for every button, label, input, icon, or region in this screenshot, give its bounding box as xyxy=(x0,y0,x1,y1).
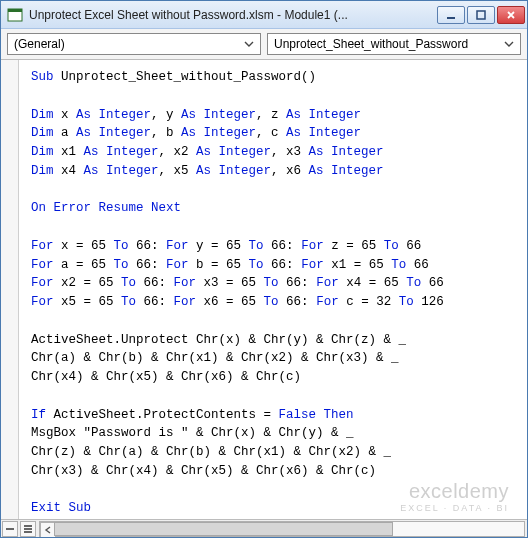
window-buttons xyxy=(437,6,525,24)
svg-rect-6 xyxy=(24,528,32,530)
view-mode-icons xyxy=(1,521,37,537)
code-editor[interactable]: Sub Unprotect_Sheet_without_Password() D… xyxy=(19,60,527,521)
chevron-down-icon xyxy=(242,37,256,51)
svg-rect-3 xyxy=(477,11,485,19)
minimize-button[interactable] xyxy=(437,6,465,24)
vbe-window: Unprotect Excel Sheet without Password.x… xyxy=(0,0,528,538)
object-dropdown[interactable]: (General) xyxy=(7,33,261,55)
full-module-view-icon[interactable] xyxy=(20,521,36,537)
procedure-dropdown-label: Unprotect_Sheet_without_Password xyxy=(274,37,468,51)
code-area: Sub Unprotect_Sheet_without_Password() D… xyxy=(1,60,527,537)
procedure-dropdown[interactable]: Unprotect_Sheet_without_Password xyxy=(267,33,521,55)
svg-rect-4 xyxy=(6,528,14,530)
svg-rect-5 xyxy=(24,525,32,527)
chevron-down-icon xyxy=(502,37,516,51)
svg-rect-1 xyxy=(8,9,22,12)
window-title: Unprotect Excel Sheet without Password.x… xyxy=(29,8,431,22)
close-button[interactable] xyxy=(497,6,525,24)
scroll-thumb[interactable] xyxy=(54,522,393,536)
procedure-view-icon[interactable] xyxy=(2,521,18,537)
code-gutter xyxy=(1,60,19,521)
horizontal-scrollbar[interactable] xyxy=(1,519,527,537)
object-dropdown-label: (General) xyxy=(14,37,65,51)
svg-rect-7 xyxy=(24,531,32,533)
scroll-track[interactable] xyxy=(39,521,525,537)
titlebar[interactable]: Unprotect Excel Sheet without Password.x… xyxy=(1,1,527,29)
dropdown-row: (General) Unprotect_Sheet_without_Passwo… xyxy=(1,29,527,60)
svg-rect-2 xyxy=(447,17,455,19)
app-icon xyxy=(7,7,23,23)
maximize-button[interactable] xyxy=(467,6,495,24)
